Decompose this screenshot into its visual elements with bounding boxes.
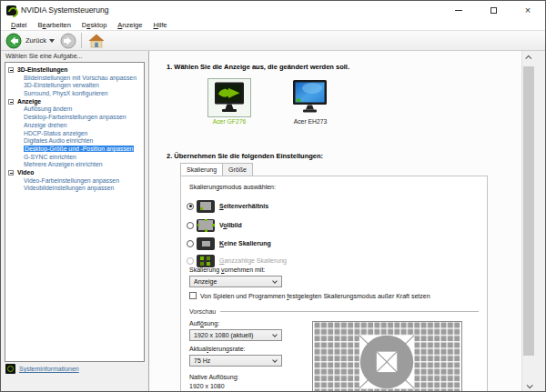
no-scaling-icon: [197, 237, 215, 250]
collapse-icon[interactable]: [8, 67, 14, 73]
task-tree: 3D-Einstellungen Bildeinstellungen mit V…: [5, 62, 145, 362]
chevron-down-icon: [272, 278, 278, 284]
toolbar-separator: [81, 33, 82, 48]
window-title: NVIDIA Systemsteuerung: [21, 5, 108, 15]
back-button-label: Zurück: [25, 36, 46, 45]
refresh-rate-label: Aktualisierungsrate:: [189, 346, 246, 352]
tree-item-aufloesung-aendern[interactable]: Auflösung ändern: [5, 106, 144, 114]
checkbox-icon[interactable]: [189, 292, 197, 299]
nvidia-control-panel-window: NVIDIA Systemsteuerung × Datei Bearbeite…: [0, 0, 546, 392]
tree-item-bildeinstellungen[interactable]: Bildeinstellungen mit Vorschau anpassen: [5, 75, 144, 83]
scroll-up-button[interactable]: [522, 51, 535, 65]
monitor-gf276-icon: [210, 82, 248, 115]
vertical-scrollbar[interactable]: [521, 51, 534, 392]
collapse-icon[interactable]: [8, 170, 14, 176]
display-acer-eh273[interactable]: [292, 79, 329, 116]
aspect-ratio-icon: [197, 200, 215, 213]
menu-datei[interactable]: Datei: [5, 21, 33, 29]
tree-item-video-farbeinstellungen[interactable]: Video-Farbeinstellungen anpassen: [5, 177, 144, 186]
tree-item-desktop-farbeinstellungen[interactable]: Desktop-Farbeinstellungen anpassen: [5, 114, 144, 122]
tree-item-surround-physx[interactable]: Surround, PhysX konfigurieren: [5, 90, 144, 98]
monitor-eh273-icon: [292, 79, 329, 114]
chevron-down-icon: [272, 357, 278, 363]
nvidia-app-icon: [6, 5, 16, 15]
native-resolution-label: Native Auflösung:: [189, 374, 238, 380]
menu-bar: Datei Bearbeiten Desktop Anzeige Hilfe: [1, 19, 545, 30]
section-divider: [220, 311, 479, 312]
home-icon: [88, 34, 105, 48]
settings-tabs: Skalierung Größe: [180, 163, 253, 176]
radio-keine-skalierung[interactable]: Keine Skalierung: [187, 236, 271, 250]
task-sidebar: Wählen Sie eine Aufgabe... 3D-Einstellun…: [1, 51, 148, 392]
navigation-toolbar: Zurück: [1, 30, 545, 51]
window-body: Wählen Sie eine Aufgabe... 3D-Einstellun…: [1, 51, 545, 392]
sidebar-header: Wählen Sie eine Aufgabe...: [5, 53, 82, 59]
radio-seitenverhaeltnis[interactable]: Seitenverhältnis: [187, 199, 268, 213]
system-info: Systeminformationen: [5, 364, 79, 374]
skalierung-tab-panel: Skalierungsmodus auswählen: Seitenverhäl…: [180, 176, 488, 392]
preview-section: Vorschau: [189, 308, 479, 315]
menu-anzeige[interactable]: Anzeige: [112, 21, 147, 29]
tree-item-gsync[interactable]: G-SYNC einrichten: [5, 154, 144, 162]
window-controls: ×: [441, 1, 545, 19]
tree-category-anzeige[interactable]: Anzeige: [5, 98, 144, 106]
tree-item-desktop-groesse-position[interactable]: Desktop-Größe und -Position anpassen: [5, 146, 144, 154]
radio-vollbild[interactable]: Vollbild: [187, 218, 242, 232]
native-resolution-value: 1920 x 1080: [189, 383, 225, 389]
home-button[interactable]: [88, 34, 105, 48]
back-history-caret-icon[interactable]: [49, 39, 55, 43]
system-info-link[interactable]: Systeminformationen: [19, 366, 79, 372]
radio-icon: [187, 257, 194, 265]
integer-scaling-icon: [197, 255, 215, 267]
close-button[interactable]: ×: [511, 1, 545, 19]
radio-icon[interactable]: [187, 203, 194, 210]
tree-item-3d-einstellungen-verwalten[interactable]: 3D-Einstellungen verwalten: [5, 82, 144, 90]
forward-button[interactable]: [60, 33, 76, 49]
fullscreen-icon: [197, 219, 215, 232]
maximize-icon: [490, 7, 497, 14]
menu-bearbeiten[interactable]: Bearbeiten: [33, 21, 76, 29]
display-gf276-label: Acer GF276: [200, 118, 258, 125]
perform-scaling-select[interactable]: Anzeige: [189, 276, 282, 287]
tree-item-anzeige-drehen[interactable]: Anzeige drehen: [5, 122, 144, 130]
radio-icon[interactable]: [187, 222, 194, 229]
resolution-label: Auflösung:: [189, 320, 219, 327]
minimize-icon: [455, 10, 462, 11]
preview-section-label: Vorschau: [189, 308, 216, 315]
chevron-up-icon: [525, 55, 531, 62]
display-acer-gf276[interactable]: [207, 78, 251, 117]
perform-scaling-label: Skalierung vornehmen mit:: [189, 266, 265, 273]
resolution-select[interactable]: 1920 x 1080 (aktuell): [189, 329, 282, 341]
chevron-down-icon: [526, 382, 532, 388]
refresh-rate-select[interactable]: 75 Hz: [189, 355, 282, 367]
tree-item-hdcp-status[interactable]: HDCP-Status anzeigen: [5, 130, 144, 138]
maximize-button[interactable]: [476, 1, 511, 19]
tree-item-videobildeinstellungen[interactable]: Videobildeinstellungen anpassen: [5, 185, 144, 193]
chevron-down-icon: [272, 332, 278, 337]
tree-item-digitales-audio[interactable]: Digitales Audio einrichten: [5, 137, 144, 146]
title-bar: NVIDIA Systemsteuerung ×: [1, 1, 545, 19]
nvidia-icon: [5, 364, 15, 374]
tab-groesse[interactable]: Größe: [223, 163, 253, 176]
menu-desktop[interactable]: Desktop: [76, 21, 113, 29]
forward-icon: [60, 33, 76, 49]
tree-item-mehrere-anzeigen[interactable]: Mehrere Anzeigen einrichten: [5, 161, 144, 169]
override-scaling-checkbox[interactable]: Von Spielen und Programmen festgelegten …: [189, 292, 430, 299]
collapse-icon[interactable]: [8, 99, 14, 105]
display-eh273-label: Acer EH273: [282, 118, 339, 125]
close-icon: ×: [525, 5, 531, 15]
menu-hilfe[interactable]: Hilfe: [147, 21, 172, 29]
tab-skalierung[interactable]: Skalierung: [180, 163, 223, 176]
minimize-button[interactable]: [441, 1, 476, 19]
step1-heading: 1. Wählen Sie die Anzeige aus, die geänd…: [167, 63, 349, 71]
back-button[interactable]: Zurück: [5, 33, 49, 49]
radio-ganzzahlige-skalierung: Ganzzahlige Skalierung: [187, 254, 287, 267]
step2-heading: 2. Übernehmen Sie die folgenden Einstell…: [167, 152, 323, 160]
radio-icon[interactable]: [187, 240, 194, 247]
tree-category-video[interactable]: Video: [5, 169, 144, 177]
scroll-down-button[interactable]: [522, 379, 535, 392]
tree-category-3d-einstellungen[interactable]: 3D-Einstellungen: [5, 66, 144, 75]
scrollbar-thumb[interactable]: [523, 66, 534, 356]
main-content: 1. Wählen Sie die Anzeige aus, die geänd…: [148, 51, 534, 392]
back-icon: [5, 33, 22, 49]
